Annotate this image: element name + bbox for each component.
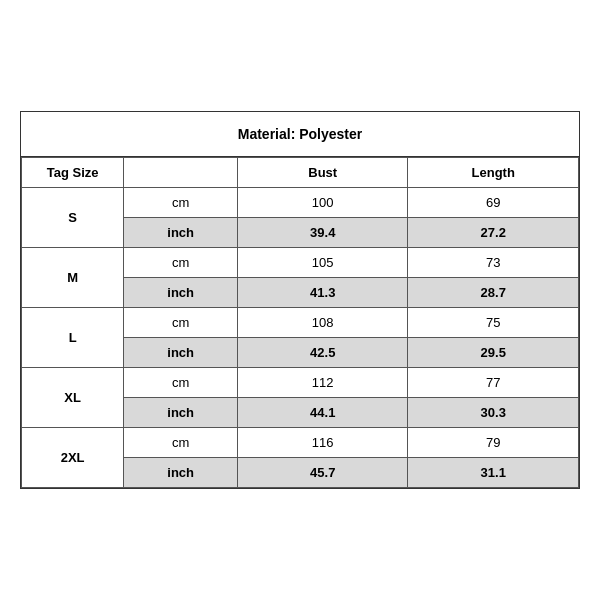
table-row: Mcm10573 (22, 248, 579, 278)
inch-unit-cell: inch (124, 398, 238, 428)
inch-unit-cell: inch (124, 338, 238, 368)
cm-unit-cell: cm (124, 248, 238, 278)
table-row: Scm10069 (22, 188, 579, 218)
inch-length-cell: 31.1 (408, 458, 579, 488)
cm-bust-cell: 100 (237, 188, 408, 218)
size-cell: L (22, 308, 124, 368)
inch-unit-cell: inch (124, 278, 238, 308)
cm-bust-cell: 116 (237, 428, 408, 458)
inch-unit-cell: inch (124, 458, 238, 488)
cm-unit-cell: cm (124, 308, 238, 338)
table-row: XLcm11277 (22, 368, 579, 398)
table-row: Lcm10875 (22, 308, 579, 338)
inch-bust-cell: 44.1 (237, 398, 408, 428)
tag-size-header: Tag Size (22, 158, 124, 188)
size-cell: XL (22, 368, 124, 428)
cm-length-cell: 75 (408, 308, 579, 338)
inch-bust-cell: 41.3 (237, 278, 408, 308)
inch-bust-cell: 39.4 (237, 218, 408, 248)
table-header-row: Tag Size Bust Length (22, 158, 579, 188)
cm-unit-cell: cm (124, 428, 238, 458)
inch-length-cell: 30.3 (408, 398, 579, 428)
bust-header: Bust (237, 158, 408, 188)
cm-bust-cell: 112 (237, 368, 408, 398)
inch-length-cell: 27.2 (408, 218, 579, 248)
size-chart-container: Material: Polyester Tag Size Bust Length… (20, 111, 580, 489)
inch-length-cell: 29.5 (408, 338, 579, 368)
inch-bust-cell: 42.5 (237, 338, 408, 368)
length-header: Length (408, 158, 579, 188)
size-cell: S (22, 188, 124, 248)
cm-unit-cell: cm (124, 188, 238, 218)
chart-title: Material: Polyester (21, 112, 579, 157)
inch-length-cell: 28.7 (408, 278, 579, 308)
table-row: 2XLcm11679 (22, 428, 579, 458)
cm-length-cell: 73 (408, 248, 579, 278)
inch-unit-cell: inch (124, 218, 238, 248)
size-cell: 2XL (22, 428, 124, 488)
inch-bust-cell: 45.7 (237, 458, 408, 488)
cm-length-cell: 79 (408, 428, 579, 458)
cm-unit-cell: cm (124, 368, 238, 398)
size-table: Tag Size Bust Length Scm10069inch39.427.… (21, 157, 579, 488)
size-cell: M (22, 248, 124, 308)
cm-bust-cell: 108 (237, 308, 408, 338)
cm-bust-cell: 105 (237, 248, 408, 278)
unit-col-header (124, 158, 238, 188)
cm-length-cell: 77 (408, 368, 579, 398)
cm-length-cell: 69 (408, 188, 579, 218)
